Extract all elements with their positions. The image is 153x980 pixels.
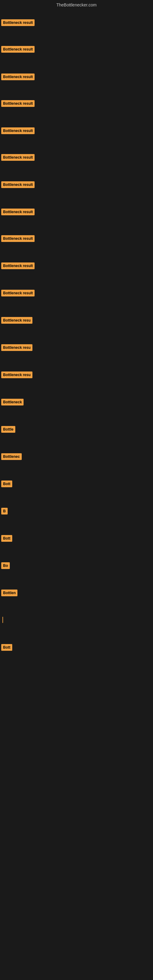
result-row: Bottleneck result	[0, 152, 36, 164]
bottleneck-badge: Bottle	[1, 426, 15, 433]
site-title-text: TheBottlenecker.com	[56, 2, 97, 7]
result-row: B	[0, 506, 9, 517]
result-row: Bottlenec	[0, 452, 23, 463]
bottleneck-badge: Bottleneck result	[1, 46, 35, 52]
result-row: Bottleneck resu	[0, 342, 33, 354]
bottleneck-badge: Bottleneck resu	[1, 371, 32, 378]
bottleneck-badge: Bottleneck result	[1, 154, 35, 161]
result-row: Bottleneck result	[0, 98, 36, 110]
bottleneck-badge: Bo	[1, 562, 10, 569]
result-row: Bott	[0, 533, 13, 545]
site-title: TheBottlenecker.com	[0, 0, 153, 9]
result-row: Bottlen	[0, 588, 19, 599]
result-row: Bott	[0, 479, 13, 490]
result-row: Bottleneck result	[0, 180, 36, 191]
bottleneck-badge: Bottleneck result	[1, 100, 35, 107]
result-row: Bottleneck result	[0, 18, 36, 29]
bottleneck-badge: Bott	[1, 535, 12, 542]
bottleneck-badge: Bott	[1, 644, 12, 651]
bottleneck-badge: Bottleneck	[1, 399, 24, 406]
bottleneck-badge: Bottlenec	[1, 453, 22, 460]
result-row: Bottleneck result	[0, 207, 36, 218]
result-row: Bo	[0, 560, 11, 572]
result-row: Bott	[0, 642, 13, 654]
result-row: Bottleneck	[0, 397, 25, 409]
bottleneck-badge: Bottleneck resu	[1, 317, 32, 324]
bottleneck-badge: Bottleneck result	[1, 19, 35, 26]
bottleneck-badge: Bottleneck resu	[1, 344, 32, 351]
result-row: Bottle	[0, 424, 16, 436]
bottleneck-badge: Bott	[1, 480, 12, 487]
bottleneck-badge: Bottleneck result	[1, 181, 35, 188]
result-row	[0, 615, 4, 625]
result-row: Bottleneck resu	[0, 370, 33, 381]
result-row: Bottleneck result	[0, 72, 36, 83]
bottleneck-badge: B	[1, 508, 8, 514]
bottleneck-badge: Bottleneck result	[1, 290, 35, 296]
bottleneck-badge: Bottleneck result	[1, 235, 35, 242]
result-row: Bottleneck result	[0, 261, 36, 272]
bottleneck-badge: Bottleneck result	[1, 127, 35, 134]
bottleneck-badge: Bottlen	[1, 590, 18, 596]
result-row: Bottleneck result	[0, 233, 36, 245]
result-row: Bottleneck result	[0, 288, 36, 299]
result-row: Bottleneck result	[0, 126, 36, 137]
result-row: Bottleneck resu	[0, 315, 33, 327]
bottleneck-badge: Bottleneck result	[1, 73, 35, 80]
bottleneck-badge: Bottleneck result	[1, 208, 35, 215]
result-row: Bottleneck result	[0, 44, 36, 56]
indicator-line	[2, 617, 3, 623]
bottleneck-badge: Bottleneck result	[1, 262, 35, 269]
